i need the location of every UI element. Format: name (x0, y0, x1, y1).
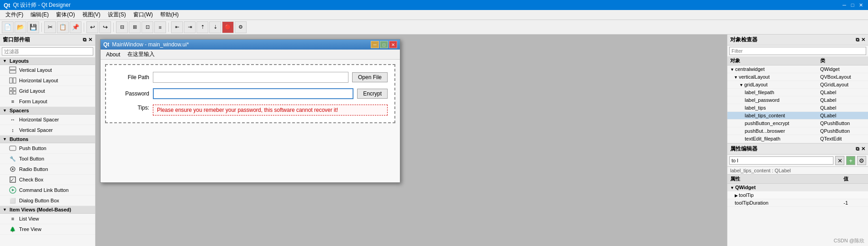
prop-editor-close-btn[interactable]: ✕ (861, 146, 865, 152)
toolbar-copy[interactable]: 📋 (57, 21, 69, 33)
radio-button-label: Radio Button (19, 166, 48, 172)
toolbar-align-t[interactable]: ⇡ (197, 21, 208, 33)
inspector-close-btn[interactable]: ✕ (861, 37, 865, 43)
widget-command-link-button[interactable]: Command Link Button (0, 185, 95, 196)
widget-check-box[interactable]: ✓ Check Box (0, 175, 95, 185)
watermark-text: CSDN @陈欣 (834, 238, 864, 243)
inspector-row-label-tips[interactable]: label_tips QLabel (727, 104, 868, 112)
category-item-views[interactable]: ▼Item Views (Model-Based) (0, 206, 95, 214)
toolbar-open[interactable]: 📂 (15, 21, 26, 33)
designer-min-btn[interactable]: ─ (371, 41, 379, 48)
widget-grid-layout[interactable]: Grid Layout (0, 86, 95, 96)
encrypt-button[interactable]: Encrypt (357, 89, 388, 99)
inspector-row-textedit-filepath[interactable]: textEdit_filepath QTextEdit (727, 135, 868, 143)
tree-view-icon: 🌲 (9, 226, 16, 233)
menu-help[interactable]: 帮助(H) (156, 10, 182, 20)
toolbar-paste[interactable]: 📌 (70, 21, 81, 33)
svg-rect-0 (10, 67, 16, 70)
svg-text:✓: ✓ (10, 177, 15, 183)
watermark: CSDN @陈欣 (834, 237, 864, 244)
designer-titlebar: Qt MainWindow - main_window.ui* ─ □ ✕ (101, 40, 400, 50)
toolbar-layout-f[interactable]: ≡ (154, 21, 166, 33)
widget-h-spacer[interactable]: ↔ Horizontal Spacer (0, 115, 95, 125)
widget-box-float-btn[interactable]: ⧉ (83, 37, 86, 43)
widget-list-view[interactable]: ≡ List View (0, 214, 95, 224)
filepath-row: File Path Open File (113, 72, 388, 83)
menu-settings[interactable]: 设置(S) (104, 10, 130, 20)
close-button[interactable]: ✕ (857, 1, 864, 9)
minimize-button[interactable]: ─ (841, 1, 848, 9)
prop-filter-input[interactable] (729, 156, 833, 165)
inspector-row-label-filepath[interactable]: label_filepath QLabel (727, 89, 868, 96)
toolbar-align-r[interactable]: ⇥ (184, 21, 196, 33)
password-input[interactable] (153, 88, 353, 99)
widget-v-spacer[interactable]: ↕ Vertical Spacer (0, 125, 95, 136)
dialog-button-icon: ⬜ (9, 197, 16, 204)
prop-editor-float-btn[interactable]: ⧉ (856, 146, 859, 152)
inspector-row-pushbutton-encrypt[interactable]: pushButton_encrypt QPushButton (727, 120, 868, 127)
tree-view-label: Tree View (19, 226, 41, 232)
menu-file[interactable]: 文件(F) (2, 10, 27, 20)
inspector-row-gridLayout[interactable]: ▼gridLayout QGridLayout (727, 81, 868, 89)
inspector-filter-input[interactable] (729, 47, 866, 55)
designer-menu-input[interactable]: 在这里输入 (124, 50, 158, 59)
toolbar-cut[interactable]: ✂ (44, 21, 56, 33)
widget-horizontal-layout[interactable]: Horizontal Layout (0, 75, 95, 86)
widget-tool-button[interactable]: 🔧 Tool Button (0, 154, 95, 164)
toolbar-settings[interactable]: ⚙ (235, 21, 247, 33)
toolbar-layout-g[interactable]: ⊡ (141, 21, 153, 33)
menu-edit[interactable]: 编辑(E) (27, 10, 52, 20)
inspector-row-textedit-password[interactable]: textEdit_password QTextEdit (727, 143, 868, 144)
designer-menu-about[interactable]: About (102, 50, 124, 59)
tool-button-icon: 🔧 (9, 155, 16, 162)
prop-filter-add-btn[interactable]: + (846, 156, 855, 165)
widget-filter-input[interactable] (2, 47, 93, 55)
menu-wnd[interactable]: 窗口(W) (130, 10, 156, 20)
widget-dialog-button-box[interactable]: ⬜ Dialog Button Box (0, 196, 95, 206)
toolbar-align-b[interactable]: ⇣ (209, 21, 221, 33)
toolbar-redo[interactable]: ↪ (99, 21, 111, 33)
tips-content: Please ensure you remeber your password,… (153, 105, 388, 115)
inspector-float-btn[interactable]: ⧉ (856, 37, 859, 43)
category-spacers[interactable]: ▼Spacers (0, 107, 95, 115)
toolbar-new[interactable]: 📄 (2, 21, 14, 33)
filepath-input[interactable] (153, 72, 348, 83)
designer-max-btn[interactable]: □ (380, 41, 388, 48)
inspector-row-centralwidget[interactable]: ▼centralwidget QWidget (727, 65, 868, 73)
inspector-row-verticalLayout[interactable]: ▼verticalLayout QVBoxLayout (727, 73, 868, 81)
inspector-row-label-password[interactable]: label_password QLabel (727, 96, 868, 104)
widget-radio-button[interactable]: Radio Button (0, 164, 95, 175)
toolbar-undo[interactable]: ↩ (86, 21, 98, 33)
prop-row-tooltipduration[interactable]: toolTipDuration -1 (727, 199, 868, 207)
toolbar-layout-h[interactable]: ⊟ (116, 21, 128, 33)
toolbar-align-l[interactable]: ⇤ (171, 21, 183, 33)
widget-list: ▼Layouts Vertical Layout Horizontal Layo… (0, 57, 95, 246)
category-layouts[interactable]: ▼Layouts (0, 57, 95, 65)
toolbar-save[interactable]: 💾 (27, 21, 39, 33)
widget-form-layout[interactable]: ≡ Form Layout (0, 96, 95, 107)
inspector-row-label-tips-content[interactable]: label_tips_content QLabel (727, 112, 868, 120)
col-class: 类 (818, 56, 868, 65)
toolbar-layout-v[interactable]: ⊞ (129, 21, 141, 33)
prop-row-tooltip[interactable]: ▶toolTip (727, 191, 868, 199)
svg-rect-3 (13, 78, 16, 83)
toolbar-preview[interactable]: 🔴 (222, 21, 234, 33)
prop-filter-clear-btn[interactable]: ✕ (835, 156, 844, 165)
inspector-row-pushbutton-browser[interactable]: pushBut...broswer QPushButton (727, 127, 868, 135)
widget-box-close-btn[interactable]: ✕ (88, 37, 92, 43)
menu-view[interactable]: 视图(V) (79, 10, 104, 20)
widget-vertical-layout[interactable]: Vertical Layout (0, 65, 95, 75)
category-buttons[interactable]: ▼Buttons (0, 136, 95, 143)
password-row: Password Encrypt (113, 88, 388, 99)
prop-filter-settings-btn[interactable]: ⚙ (857, 156, 866, 165)
maximize-button[interactable]: □ (849, 1, 856, 9)
svg-rect-4 (10, 88, 12, 90)
svg-point-10 (12, 168, 14, 170)
widget-box-title: 窗口部件箱 (3, 36, 30, 44)
widget-push-button[interactable]: Push Button (0, 143, 95, 154)
vertical-layout-icon (9, 66, 16, 74)
menu-window[interactable]: 窗体(O) (52, 10, 78, 20)
widget-tree-view[interactable]: 🌲 Tree View (0, 224, 95, 235)
open-file-button[interactable]: Open File (352, 72, 388, 82)
designer-close-btn[interactable]: ✕ (389, 41, 397, 48)
